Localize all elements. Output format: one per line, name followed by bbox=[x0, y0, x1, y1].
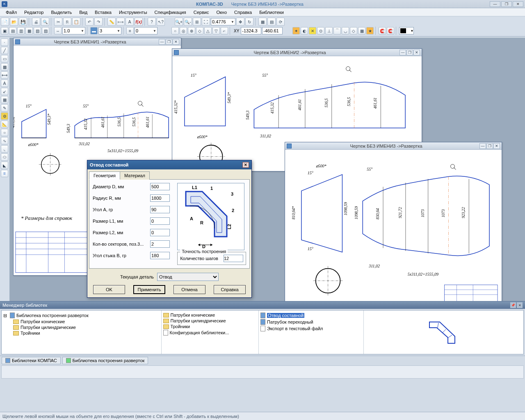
style-combo[interactable]: 0▼ bbox=[135, 27, 158, 34]
dim-icon[interactable]: ⟼ bbox=[116, 18, 125, 26]
color-swatch[interactable]: ▼ bbox=[399, 27, 414, 34]
tool-6[interactable]: ▨ bbox=[42, 27, 49, 34]
grid-icon[interactable]: ▦ bbox=[258, 18, 267, 26]
coord-y-input[interactable] bbox=[262, 27, 283, 34]
input-sec[interactable] bbox=[150, 240, 170, 248]
vt-point-icon[interactable]: · bbox=[1, 39, 8, 46]
tab-material[interactable]: Материал bbox=[120, 171, 150, 180]
vt-ellipse-icon[interactable]: ⬭ bbox=[1, 153, 8, 161]
pan-icon[interactable]: ✥ bbox=[236, 18, 244, 26]
snap-int-icon[interactable]: ✕ bbox=[309, 27, 316, 34]
vt-table-icon[interactable]: ▦ bbox=[1, 96, 8, 103]
open-icon[interactable]: 📂 bbox=[10, 18, 18, 26]
input-d[interactable] bbox=[150, 183, 170, 190]
zoom-combo[interactable]: 0.4776▼ bbox=[211, 18, 235, 25]
var-icon[interactable]: f(x) bbox=[135, 18, 143, 26]
vt-chamfer-icon[interactable]: ◣ bbox=[1, 162, 8, 169]
steps-input[interactable] bbox=[224, 255, 243, 262]
new-icon[interactable]: 📄 bbox=[1, 18, 9, 26]
tool-5[interactable]: ▧ bbox=[34, 27, 41, 34]
menu-edit[interactable]: Редактор bbox=[21, 9, 47, 16]
tool-1[interactable]: ▣ bbox=[1, 27, 8, 34]
snap-center-icon[interactable]: ⊙ bbox=[317, 27, 324, 34]
doc1-max[interactable]: ❐ bbox=[166, 39, 172, 45]
doc3-close[interactable]: ✕ bbox=[493, 143, 500, 149]
snap-near-icon[interactable]: ◡ bbox=[342, 27, 349, 34]
ruler-icon[interactable]: 📏 bbox=[107, 18, 116, 26]
lib-close-icon[interactable]: ✕ bbox=[517, 302, 523, 308]
snap-tan-icon[interactable]: ⌒ bbox=[333, 27, 341, 34]
vt-leader-icon[interactable]: ↙ bbox=[1, 88, 8, 95]
vt-measure-icon[interactable]: 📐 bbox=[1, 121, 8, 128]
menu-spec[interactable]: Спецификация bbox=[151, 9, 189, 16]
vt-rect-icon[interactable]: ▭ bbox=[1, 55, 8, 62]
snap-all-icon[interactable]: ★ bbox=[366, 27, 374, 34]
menu-file[interactable]: Файл bbox=[2, 9, 20, 16]
ok-button[interactable]: OK bbox=[93, 285, 125, 294]
snap-7[interactable]: ⌐ bbox=[221, 27, 228, 34]
menu-view[interactable]: Вид bbox=[76, 9, 91, 16]
doc1-min[interactable]: — bbox=[159, 39, 165, 45]
zoom-out-icon[interactable]: 🔍- bbox=[184, 18, 192, 26]
preview-icon[interactable]: 🔍 bbox=[41, 18, 49, 26]
input-l1[interactable] bbox=[150, 217, 170, 225]
lib-pin-icon[interactable]: 📌 bbox=[510, 302, 516, 308]
layer-icon[interactable]: ▬ bbox=[90, 27, 98, 34]
lib-list[interactable]: Патрубки конические Патрубки цилиндричес… bbox=[162, 310, 259, 354]
vt-param-icon[interactable]: ⚙ bbox=[1, 112, 8, 120]
save-icon[interactable]: 💾 bbox=[19, 18, 27, 26]
dialog-titlebar[interactable]: Отвод составной ✕ bbox=[87, 160, 251, 169]
doc3-min[interactable]: — bbox=[479, 143, 486, 149]
rotate-icon[interactable]: ↻ bbox=[245, 18, 253, 26]
minimize-button[interactable]: — bbox=[490, 1, 500, 7]
doc3-canvas[interactable]: 810,64* 1098,59 15° ⌀500* 15° 55° bbox=[285, 150, 502, 306]
doc2-close[interactable]: ✕ bbox=[413, 50, 420, 55]
tool-2[interactable]: ▤ bbox=[9, 27, 16, 34]
vt-text-icon[interactable]: A bbox=[1, 80, 8, 87]
scale-combo[interactable]: 1.0▼ bbox=[62, 27, 85, 34]
zoom-window-icon[interactable]: ⊞ bbox=[193, 18, 201, 26]
snap-perp-icon[interactable]: ⊥ bbox=[325, 27, 333, 34]
doc3-max[interactable]: ❐ bbox=[486, 143, 493, 149]
snap-mid-icon[interactable]: ◐ bbox=[301, 27, 308, 34]
doc1-close[interactable]: ✕ bbox=[173, 39, 179, 45]
close-button[interactable]: ✕ bbox=[513, 1, 523, 7]
menu-libs[interactable]: Библиотеки bbox=[256, 9, 287, 16]
input-l2[interactable] bbox=[150, 229, 170, 236]
vt-circle-icon[interactable]: ○ bbox=[1, 129, 8, 136]
display-icon[interactable]: ▤ bbox=[267, 18, 276, 26]
paste-icon[interactable]: 📋 bbox=[72, 18, 80, 26]
snap-grid-icon[interactable]: ▦ bbox=[358, 27, 365, 34]
menu-window[interactable]: Окно bbox=[213, 9, 230, 16]
lib-tree[interactable]: ⊟Библиотека построения разверток Патрубк… bbox=[2, 310, 162, 354]
redo-icon[interactable]: ↷ bbox=[94, 18, 103, 26]
cut-icon[interactable]: ✂ bbox=[54, 18, 62, 26]
doc2-max[interactable]: ❐ bbox=[406, 50, 413, 55]
snap-1[interactable]: ○ bbox=[171, 27, 179, 34]
doc2-min[interactable]: — bbox=[399, 50, 406, 55]
tool-3[interactable]: ▥ bbox=[17, 27, 25, 34]
input-r[interactable] bbox=[150, 194, 170, 202]
layer-combo[interactable]: 3▼ bbox=[98, 27, 121, 34]
menu-insert[interactable]: Вставка bbox=[91, 9, 115, 16]
snap-2[interactable]: ◎ bbox=[180, 27, 187, 34]
menu-tools[interactable]: Инструменты bbox=[116, 9, 151, 16]
refresh-icon[interactable]: ⟳ bbox=[276, 18, 285, 26]
vt-hatch-icon[interactable]: ▩ bbox=[1, 63, 8, 71]
magnet-on-icon[interactable]: 🧲 bbox=[379, 27, 386, 34]
cancel-button[interactable]: Отмена bbox=[173, 285, 205, 294]
snap-5[interactable]: △ bbox=[204, 27, 212, 34]
snap-6[interactable]: ▽ bbox=[212, 27, 220, 34]
tab-geometry[interactable]: Геометрия bbox=[89, 171, 120, 180]
apply-button[interactable]: Применить bbox=[133, 285, 165, 294]
snap-4[interactable]: ◇ bbox=[196, 27, 203, 34]
snap-end-icon[interactable]: ✦ bbox=[292, 27, 300, 34]
zoom-fit-icon[interactable]: ⛶ bbox=[202, 18, 210, 26]
undo-icon[interactable]: ↶ bbox=[85, 18, 94, 26]
help-icon[interactable]: ? bbox=[148, 18, 156, 26]
snap-node-icon[interactable]: ◇ bbox=[350, 27, 357, 34]
zoom-in-icon[interactable]: 🔍+ bbox=[175, 18, 183, 26]
maximize-button[interactable]: ❐ bbox=[501, 1, 512, 7]
detail-select[interactable]: Отвод bbox=[157, 273, 219, 281]
text-icon[interactable]: A bbox=[126, 18, 134, 26]
